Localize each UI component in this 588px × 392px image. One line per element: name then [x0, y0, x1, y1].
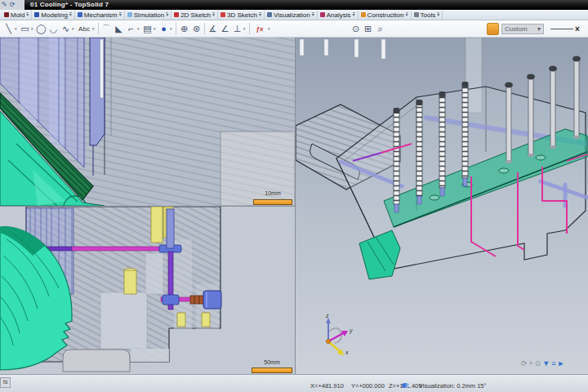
- scale-bar-10mm: [253, 199, 292, 205]
- chamfer-tool-icon[interactable]: ◣: [113, 23, 125, 35]
- chevron-down-icon[interactable]: ▾: [26, 12, 29, 17]
- scale-label-50mm: 50mm: [252, 359, 292, 365]
- title-bar: ✎ ⟳ 01 Cooling* - TopSolid 7: [0, 0, 588, 10]
- 3d-sketch-icon: [220, 12, 225, 17]
- close-icon[interactable]: ×: [575, 24, 580, 33]
- chevron-down-icon[interactable]: ▾: [170, 26, 174, 31]
- status-bar: ts X=+481.910 Y=+000.000 Z=+181.409 Visu…: [0, 374, 588, 392]
- axis-label-z: z: [326, 313, 329, 318]
- zoom-search-tool-icon[interactable]: ⌕: [374, 23, 386, 35]
- visualization-setting[interactable]: Visualization: 0.2mm 15°: [419, 382, 487, 390]
- docked-panel-tab[interactable]: ts: [0, 377, 11, 388]
- stamp-tool-icon[interactable]: ⊕: [178, 23, 190, 35]
- menu-2d-sketch[interactable]: 2D Sketch▾: [172, 11, 218, 20]
- perpendicular-tool-icon[interactable]: ⊥: [231, 23, 243, 35]
- zoom-view-icon[interactable]: ⊙: [535, 359, 541, 368]
- viewport-3d[interactable]: [296, 38, 588, 374]
- scale-label-10mm: 10mm: [253, 190, 292, 196]
- spline-tool-icon[interactable]: ∿: [60, 23, 72, 35]
- scale-bar-50mm: [252, 368, 292, 373]
- menu-tools[interactable]: Tools▾: [412, 11, 443, 20]
- chevron-down-icon[interactable]: ▾: [69, 12, 72, 17]
- render-style-icon[interactable]: [487, 23, 499, 35]
- fillet-tool-icon[interactable]: ⌒: [100, 23, 113, 35]
- menu-bar: Mold▾ Modeling▾ Mechanism▾ Simulation▾ 2…: [0, 10, 588, 20]
- visualization-icon: [267, 12, 272, 17]
- axis-label-y: y: [350, 327, 353, 333]
- viewport-3d-canvas[interactable]: [296, 38, 588, 374]
- chevron-down-icon[interactable]: ▾: [166, 12, 168, 17]
- menu-mold[interactable]: Mold▾: [2, 11, 32, 20]
- cooling-section-canvas[interactable]: [0, 207, 295, 374]
- angle-tool-icon[interactable]: ∡: [207, 23, 219, 35]
- function-tool-icon[interactable]: ƒx: [252, 23, 268, 35]
- document-tool-icon[interactable]: ▤: [141, 23, 154, 35]
- rectangle-tool-icon[interactable]: ▭: [19, 23, 31, 35]
- chevron-down-icon[interactable]: ▾: [312, 12, 314, 17]
- sphere-tool-icon[interactable]: ●: [158, 23, 170, 35]
- fit-view-icon[interactable]: ▼: [542, 359, 550, 368]
- chevron-down-icon[interactable]: ▾: [353, 12, 355, 17]
- menu-visualization[interactable]: Visualization▾: [265, 11, 318, 20]
- text-tool-icon[interactable]: Abc: [76, 23, 92, 35]
- circle-tool-icon[interactable]: ◯: [35, 23, 47, 35]
- menu-modeling[interactable]: Modeling▾: [32, 11, 74, 20]
- mold-icon: [4, 12, 9, 17]
- workspace: [0, 38, 588, 374]
- corner-tool-icon[interactable]: ⌐: [125, 23, 137, 35]
- clamp-shoe: [63, 350, 130, 372]
- axis-label-x: x: [345, 350, 349, 355]
- chevron-down-icon[interactable]: ▾: [212, 12, 215, 17]
- section-detail-canvas[interactable]: [0, 38, 295, 206]
- layers-view-icon[interactable]: ≡: [551, 359, 555, 368]
- chevron-down-icon[interactable]: ▾: [259, 12, 261, 17]
- style-pen-icon[interactable]: ✎: [2, 2, 7, 8]
- assembly-tool-icon[interactable]: ⊞: [362, 23, 374, 35]
- menu-analysis[interactable]: Analysis▾: [318, 11, 359, 20]
- menu-simulation[interactable]: Simulation▾: [125, 11, 172, 20]
- 2d-sketch-icon: [174, 12, 179, 17]
- coordinate-y: Y=+000.000: [351, 382, 385, 390]
- viewport-corner-tools: ⟳ + ⊙ ▼ ≡ ►: [521, 359, 564, 368]
- coordinate-x: X=+481.910: [310, 382, 344, 390]
- window-title: 01 Cooling* - TopSolid 7: [30, 1, 109, 8]
- menu-construction[interactable]: Construction▾: [359, 11, 412, 20]
- refresh-icon[interactable]: ⟳: [10, 2, 16, 8]
- pan-view-icon[interactable]: +: [529, 359, 533, 368]
- viewport-section-detail[interactable]: [0, 38, 295, 206]
- mechanism-icon: [78, 12, 82, 17]
- chevron-down-icon[interactable]: ▾: [437, 12, 439, 17]
- measure-tool-icon[interactable]: ∠: [219, 23, 231, 35]
- menu-3d-sketch[interactable]: 3D Sketch▾: [218, 11, 265, 20]
- divider-line: [550, 29, 573, 29]
- line-tool-icon[interactable]: ╲: [2, 23, 15, 35]
- viewport-cooling-section[interactable]: [0, 207, 295, 374]
- pattern-tool-icon[interactable]: ⊛: [190, 23, 203, 35]
- sketch-toolbar: ╲▾ ▭▾ ◯ ◡ ∿▾ Abc▾ ⌒ ◣ ⌐▾ ▤▾ ●▾ ⊕ ⊛ ∡ ∠ ⊥…: [0, 20, 588, 38]
- chevron-down-icon[interactable]: ▾: [406, 12, 408, 17]
- tools-icon: [414, 12, 419, 17]
- chevron-down-icon[interactable]: ▾: [268, 26, 272, 31]
- iso-view-icon[interactable]: ►: [558, 359, 565, 368]
- simulation-icon: [127, 12, 132, 17]
- chevron-down-icon[interactable]: ▾: [243, 26, 247, 31]
- view-quality-icon[interactable]: [402, 383, 409, 388]
- rotate-view-icon[interactable]: ⟳: [521, 359, 528, 368]
- construction-icon: [361, 12, 366, 17]
- arc-tool-icon[interactable]: ◡: [47, 23, 60, 35]
- place-part-tool-icon[interactable]: ⊙: [350, 23, 362, 35]
- chevron-down-icon: ▾: [537, 25, 541, 33]
- chevron-down-icon[interactable]: ▾: [119, 12, 122, 17]
- custom-view-select[interactable]: Custom▾: [501, 24, 544, 34]
- analysis-icon: [320, 12, 325, 17]
- menu-mechanism[interactable]: Mechanism▾: [75, 11, 125, 20]
- chevron-down-icon[interactable]: ▾: [92, 26, 96, 31]
- modeling-icon: [34, 12, 39, 17]
